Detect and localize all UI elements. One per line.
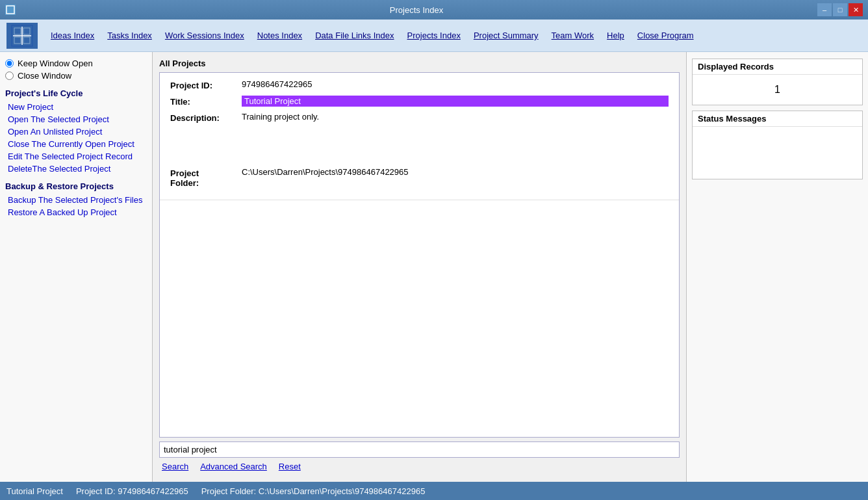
- displayed-records-panel: Displayed Records 1: [692, 59, 863, 105]
- sidebar-edit-selected[interactable]: Edit The Selected Project Record: [5, 150, 147, 163]
- menu-notes-index[interactable]: Notes Index: [251, 28, 309, 43]
- search-button[interactable]: Search: [159, 462, 191, 471]
- window-options: Keep Window Open Close Window: [5, 59, 147, 81]
- sidebar-backup-files[interactable]: Backup The Selected Project's Files: [5, 194, 147, 206]
- keep-window-open-radio[interactable]: Keep Window Open: [5, 59, 147, 68]
- menu-projects-index[interactable]: Projects Index: [401, 28, 467, 43]
- close-window-label: Close Window: [18, 71, 71, 81]
- menu-team-work[interactable]: Team Work: [545, 28, 601, 43]
- folder-row: ProjectFolder: C:\Users\Darren\Projects\…: [170, 167, 669, 188]
- menu-work-sessions-index[interactable]: Work Sessions Index: [159, 28, 251, 43]
- app-icon: [5, 5, 16, 15]
- right-panel: Displayed Records 1 Status Messages: [686, 52, 868, 482]
- sidebar: Keep Window Open Close Window Project's …: [0, 52, 153, 482]
- lifecycle-title: Project's Life Cycle: [5, 88, 147, 98]
- description-row: Description: Training project only.: [170, 112, 669, 123]
- status-messages-content: [693, 127, 862, 179]
- status-project-name: Tutorial Project: [6, 486, 63, 496]
- svg-rect-0: [6, 6, 14, 14]
- displayed-records-title: Displayed Records: [693, 59, 862, 75]
- menu-bar: Ideas Index Tasks Index Work Sessions In…: [0, 20, 868, 52]
- sidebar-open-selected[interactable]: Open The Selected Project: [5, 113, 147, 125]
- description-value: Training project only.: [242, 112, 669, 122]
- menu-close-program[interactable]: Close Program: [631, 28, 700, 43]
- minimize-button[interactable]: –: [817, 3, 832, 16]
- close-button[interactable]: ✕: [849, 3, 863, 16]
- menu-ideas-index[interactable]: Ideas Index: [44, 28, 101, 43]
- maximize-button[interactable]: □: [833, 3, 847, 16]
- description-label: Description:: [170, 112, 242, 123]
- sidebar-open-unlisted[interactable]: Open An Unlisted Project: [5, 125, 147, 138]
- project-id-label: Project ID:: [170, 79, 242, 90]
- displayed-records-content: 1: [693, 75, 862, 105]
- menu-data-file-links-index[interactable]: Data File Links Index: [309, 28, 400, 43]
- main-area: Keep Window Open Close Window Project's …: [0, 52, 868, 482]
- reset-button[interactable]: Reset: [276, 462, 303, 471]
- projects-table: Project ID: 974986467422965 Title: Tutor…: [159, 72, 680, 438]
- displayed-records-value: 1: [698, 80, 857, 99]
- status-folder: Project Folder: C:\Users\Darren\Projects…: [201, 486, 426, 496]
- sidebar-close-current[interactable]: Close The Currently Open Project: [5, 138, 147, 150]
- title-row: Title: Tutorial Project: [170, 96, 669, 107]
- close-window-radio[interactable]: Close Window: [5, 71, 147, 81]
- all-projects-label: All Projects: [159, 59, 680, 68]
- search-input[interactable]: [159, 441, 680, 458]
- advanced-search-button[interactable]: Advanced Search: [198, 462, 270, 471]
- menu-help[interactable]: Help: [600, 28, 631, 43]
- app-logo: [6, 23, 38, 49]
- status-bar: Tutorial Project Project ID: 97498646742…: [0, 482, 868, 500]
- title-value: Tutorial Project: [242, 96, 669, 107]
- sidebar-restore-backup[interactable]: Restore A Backed Up Project: [5, 206, 147, 218]
- status-messages-panel: Status Messages: [692, 111, 863, 179]
- folder-label: ProjectFolder:: [170, 167, 242, 188]
- project-id-row: Project ID: 974986467422965: [170, 79, 669, 90]
- folder-value: C:\Users\Darren\Projects\974986467422965: [242, 167, 669, 177]
- status-project-id: Project ID: 974986467422965: [76, 486, 188, 496]
- sidebar-new-project[interactable]: New Project: [5, 101, 147, 113]
- status-messages-title: Status Messages: [693, 111, 862, 127]
- search-buttons: Search Advanced Search Reset: [159, 460, 680, 473]
- project-id-value: 974986467422965: [242, 79, 669, 89]
- backup-title: Backup & Restore Projects: [5, 181, 147, 191]
- search-bar: Search Advanced Search Reset: [159, 438, 680, 475]
- sidebar-delete-selected[interactable]: DeleteThe Selected Project: [5, 163, 147, 175]
- project-record: Project ID: 974986467422965 Title: Tutor…: [160, 73, 679, 200]
- window-title: Projects Index: [16, 5, 817, 15]
- center-content: All Projects Project ID: 974986467422965…: [153, 52, 686, 482]
- menu-project-summary[interactable]: Project Summary: [467, 28, 545, 43]
- spacer: [160, 200, 679, 437]
- title-label: Title:: [170, 96, 242, 107]
- menu-tasks-index[interactable]: Tasks Index: [101, 28, 159, 43]
- title-bar: Projects Index – □ ✕: [0, 0, 868, 20]
- window-controls: – □ ✕: [817, 3, 863, 16]
- keep-window-open-label: Keep Window Open: [18, 59, 93, 68]
